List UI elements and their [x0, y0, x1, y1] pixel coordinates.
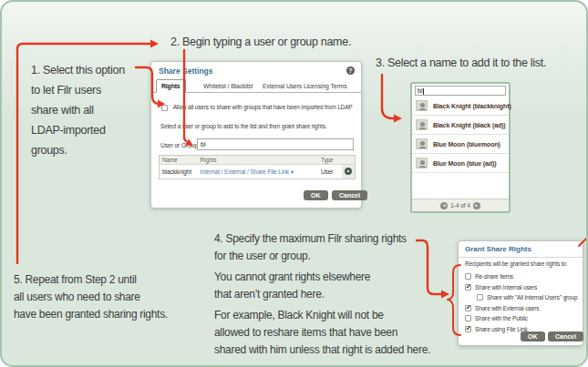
arrowhead [150, 40, 159, 48]
option-label: Re-share items [475, 273, 513, 280]
cell-type: User [318, 165, 342, 179]
instruction-text: Select a user or group to add to the lis… [160, 123, 326, 129]
option-label: Share with Internal users [475, 284, 537, 291]
annotation-line: 5. Repeat from Step 2 until [14, 271, 168, 289]
share-file-link-checkbox[interactable] [465, 326, 471, 332]
tab-external-users-licensing[interactable]: External Users Licensing Terms [258, 80, 351, 92]
avatar-icon [416, 119, 428, 130]
annotation-line: groups. [31, 140, 125, 160]
avatar-icon [416, 100, 428, 111]
annotation-line: You cannot grant rights elsewhere [214, 269, 430, 286]
col-rights: Rights [198, 156, 318, 165]
gear-icon[interactable] [345, 168, 352, 175]
annotation-step-3: 3. Select a name to add it to the list. [376, 56, 546, 69]
prev-page-icon[interactable]: ◄ [440, 202, 448, 209]
annotation-paragraph: 4. Specify the maximum Filr sharing righ… [214, 230, 430, 265]
option-label: Share with "All Internal Users" group [487, 294, 578, 301]
annotation-line: all users who need to share [14, 289, 168, 306]
annotation-line: 4. Specify the maximum Filr sharing righ… [214, 230, 430, 248]
option-row: Share with the Public [465, 313, 578, 324]
cell-name: blackknight [160, 165, 198, 179]
arrowhead [441, 291, 449, 299]
cell-actions [342, 165, 356, 179]
name-results-list: Black Knight (blackknight) Black Knight … [412, 97, 509, 173]
avatar-icon [416, 138, 428, 149]
user-group-input[interactable]: bl [197, 138, 354, 150]
grant-share-rights-dialog: Grant Share Rights Recipients will be gr… [458, 240, 583, 346]
ok-button[interactable]: OK [521, 331, 545, 342]
share-rights-table: Name Rights Type blackknight Internal / … [159, 155, 356, 179]
list-item[interactable]: Blue Moon (bluemoon) [412, 135, 509, 154]
col-actions [342, 156, 356, 165]
list-item[interactable]: Black Knight (blackknight) [412, 97, 509, 116]
tutorial-figure: 1. Select this option to let Filr users … [0, 0, 588, 367]
col-type: Type [318, 156, 342, 165]
option-row: Share with Internal users [465, 282, 578, 293]
ldap-share-checkbox[interactable] [161, 105, 168, 111]
user-name: Blue Moon (bluemoon) [433, 141, 500, 148]
option-row: Share with External users [465, 303, 578, 314]
table-header-row: Name Rights Type [160, 156, 356, 165]
share-all-internal-users-group-checkbox[interactable] [477, 294, 483, 301]
table-row: blackknight Internal / External / Share … [160, 165, 356, 179]
reshare-items-checkbox[interactable] [465, 273, 471, 280]
annotation-line: 1. Select this option [31, 60, 125, 80]
annotation-line: allowed to reshare items that have been [214, 324, 430, 342]
annotation-line: that aren’t granted here. [214, 286, 430, 303]
user-name: Blue Moon (blue (ad)) [433, 160, 496, 167]
arrowhead [394, 115, 402, 123]
name-picker-dropdown: bl Black Knight (blackknight) Black Knig… [410, 82, 511, 213]
annotation-step-1: 1. Select this option to let Filr users … [31, 60, 125, 160]
share-public-checkbox[interactable] [465, 315, 471, 321]
share-settings-dialog: Share Settings ? Rights Whitelist / Blac… [150, 61, 362, 209]
tab-whitelist-blacklist[interactable]: Whitelist / Blacklist [199, 80, 257, 92]
user-group-label: User or Group: [160, 142, 200, 148]
col-name: Name [160, 156, 198, 165]
user-name: Black Knight (black (ad)) [433, 122, 506, 128]
dialog-title: Share Settings [159, 66, 213, 76]
name-search-input[interactable]: bl [415, 86, 506, 96]
rights-dropdown-link[interactable]: Internal / External / Share File Link [201, 168, 289, 175]
grant-options: Re-share items Share with Internal users… [465, 271, 578, 334]
help-icon[interactable]: ? [346, 66, 355, 75]
name-search-value: bl [418, 87, 422, 94]
annotation-line: for the user or group. [214, 248, 430, 265]
annotation-line: shared with him unless that right is add… [214, 342, 430, 359]
option-row: Re-share items [465, 271, 578, 282]
user-name: Black Knight (blackknight) [433, 103, 511, 109]
option-row: Share with "All Internal Users" group [465, 292, 578, 303]
grant-intro-text: Recipients will be granted share rights … [465, 260, 567, 267]
annotation-step-4: 4. Specify the maximum Filr sharing righ… [214, 230, 430, 362]
annotation-paragraph: You cannot grant rights elsewhere that a… [214, 269, 430, 303]
annotation-step-5: 5. Repeat from Step 2 until all users wh… [14, 271, 168, 323]
text-cursor [423, 88, 424, 95]
cell-rights: Internal / External / Share File Link ▾ [198, 165, 318, 179]
dialog-title: Grant Share Rights [465, 245, 531, 253]
ok-button[interactable]: OK [304, 190, 328, 200]
option-label: Share with External users [475, 305, 539, 311]
arrow-step3-to-list [382, 75, 394, 118]
list-item[interactable]: Blue Moon (blue (ad)) [412, 154, 509, 173]
annotation-line: have been granted sharing rights. [14, 306, 168, 323]
annotation-line: LDAP-imported [31, 120, 125, 140]
tab-rights[interactable]: Rights [156, 79, 186, 93]
share-external-users-checkbox[interactable] [465, 305, 471, 311]
cancel-button[interactable]: Cancel [548, 331, 583, 342]
annotation-step-2: 2. Begin typing a user or group name. [170, 36, 351, 48]
avatar-icon [416, 158, 428, 168]
annotation-paragraph: For example, Black Knight will not be al… [214, 307, 430, 359]
list-item[interactable]: Black Knight (black (ad)) [412, 116, 509, 135]
tab-bar: Rights Whitelist / Blacklist External Us… [151, 78, 361, 93]
annotation-line: share with all [31, 100, 125, 120]
chevron-down-icon[interactable]: ▾ [291, 168, 294, 175]
divider [459, 257, 583, 258]
ldap-checkbox-row: Allow all users to share with groups tha… [161, 104, 353, 111]
pagination-bar: ◄ 1-4 of 4 ► [412, 199, 509, 211]
pagination-label: 1-4 of 4 [450, 202, 469, 209]
cancel-button[interactable]: Cancel [332, 190, 367, 200]
annotation-line: For example, Black Knight will not be [214, 307, 430, 324]
ldap-checkbox-label: Allow all users to share with groups tha… [173, 104, 353, 110]
share-internal-users-checkbox[interactable] [465, 284, 471, 291]
annotation-line: to let Filr users [31, 80, 125, 100]
next-page-icon[interactable]: ► [473, 202, 480, 209]
